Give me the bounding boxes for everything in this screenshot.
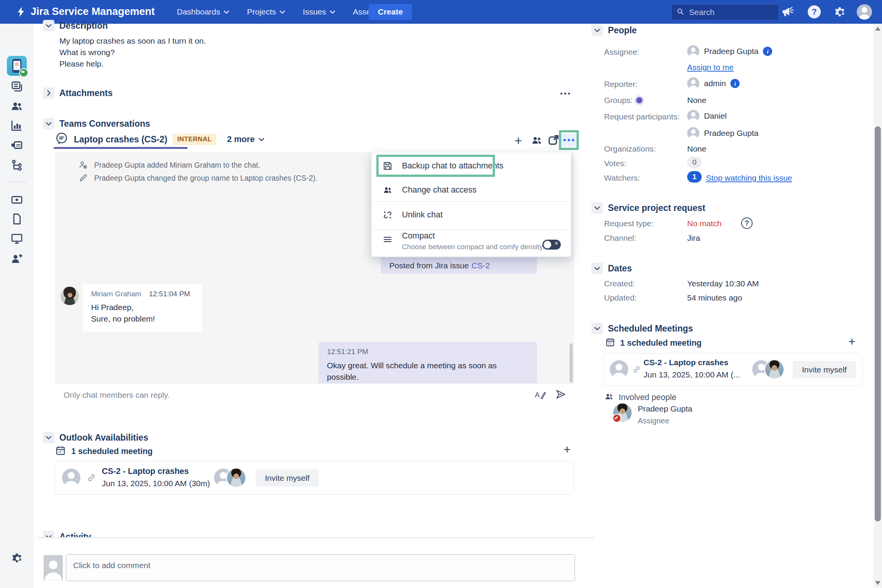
people-section-title: People — [608, 25, 637, 36]
description-line: My laptop crashes as soon as I turn it o… — [59, 35, 206, 47]
meeting-title: CS-2 - Laptop crashes — [644, 358, 728, 367]
blocked-status-badge — [612, 414, 621, 423]
stop-watching-link[interactable]: Stop watching this issue — [706, 173, 792, 183]
chat-more-menu-highlight — [559, 130, 579, 150]
scheduled-meetings-collapse-button[interactable] — [591, 323, 603, 334]
project-avatar[interactable] — [7, 56, 27, 76]
involved-people-title: Involved people — [619, 393, 676, 402]
assign-to-me-link[interactable]: Assign to me — [687, 63, 733, 72]
user-avatar[interactable] — [857, 4, 872, 20]
open-in-teams-popout-icon[interactable] — [547, 134, 560, 148]
calendar-icon — [605, 337, 616, 349]
meeting-organizer-avatar — [610, 360, 628, 379]
dates-section-title: Dates — [608, 263, 632, 274]
miriam-avatar — [60, 287, 79, 305]
person-added-icon — [78, 160, 88, 170]
invite-people-icon[interactable] — [10, 252, 23, 265]
chat-more-menu-button[interactable] — [561, 134, 577, 147]
more-chats-label: 2 more — [227, 134, 255, 144]
send-message-icon[interactable] — [555, 389, 567, 402]
outlook-meeting-card[interactable]: CS-2 - Laptop crashes Jun 13, 2025, 10:0… — [55, 461, 574, 495]
help-icon[interactable]: ? — [808, 5, 821, 18]
jira-bolt-logo-icon — [15, 6, 27, 18]
outgoing-message-bubble: 12:51:21 PM Okay great. Will schedule a … — [318, 342, 537, 383]
panel-meeting-count: 1 scheduled meeting — [620, 338, 702, 348]
compact-toggle[interactable]: × — [542, 240, 561, 250]
nav-projects[interactable]: Projects — [247, 7, 285, 16]
participant-name: Daniel — [704, 111, 727, 121]
panel-meeting-card[interactable]: CS-2 - Laptop crashes Jun 13, 2025, 10:0… — [603, 353, 862, 386]
panel-add-meeting-icon[interactable]: + — [848, 335, 856, 348]
project-sidebar: » — [0, 24, 34, 588]
add-card-icon[interactable] — [10, 193, 23, 206]
assignee-label: Assignee: — [604, 47, 639, 57]
dates-collapse-button[interactable] — [591, 263, 603, 274]
nav-dashboards[interactable]: Dashboards — [177, 7, 229, 16]
activity-collapse-button[interactable] — [43, 531, 54, 537]
menu-item-change-chat-access[interactable]: Change chat access — [372, 179, 571, 201]
page-scrollbar-thumb[interactable] — [875, 126, 881, 521]
new-chat-plus-icon[interactable]: + — [514, 134, 522, 147]
chat-tab-title[interactable]: Laptop crashes (CS-2) — [74, 134, 167, 145]
displays-icon[interactable] — [10, 232, 23, 245]
menu-item-unlink-chat[interactable]: Unlink chat — [372, 204, 571, 226]
groups-label: Groups: — [604, 96, 633, 105]
info-icon[interactable]: i — [763, 47, 772, 56]
add-people-icon[interactable] — [531, 134, 543, 148]
calendar-icon — [55, 445, 66, 458]
attachments-more-icon[interactable] — [560, 93, 570, 95]
add-comment-field[interactable] — [66, 554, 575, 581]
description-line: Please help. — [59, 58, 206, 70]
watchers-count-badge[interactable]: 1 — [687, 171, 702, 183]
search-input[interactable] — [688, 7, 759, 17]
more-chats-dropdown[interactable]: 2 more — [227, 134, 265, 144]
involved-people-icon — [604, 392, 614, 403]
nav-issues[interactable]: Issues — [303, 7, 335, 16]
settings-gear-icon[interactable] — [833, 5, 846, 20]
invite-myself-label: Invite myself — [802, 365, 847, 374]
page-scrollbar[interactable] — [874, 24, 882, 588]
announcements-megaphone-icon[interactable] — [781, 5, 794, 20]
menu-item-compact[interactable]: Compact Choose between compact and comfy… — [372, 231, 571, 254]
create-button[interactable]: Create — [369, 4, 412, 20]
reports-icon[interactable] — [10, 119, 23, 132]
customers-icon[interactable] — [10, 100, 23, 113]
reporter-value: admin i — [687, 77, 740, 90]
people-collapse-button[interactable] — [591, 24, 603, 36]
format-text-icon[interactable]: A — [534, 389, 546, 402]
channels-camera-icon[interactable] — [10, 139, 23, 152]
queues-icon[interactable] — [10, 80, 23, 93]
message-line: Okay great. Will schedule a meeting as s… — [327, 360, 529, 383]
outlook-collapse-button[interactable] — [43, 432, 54, 443]
workflow-tree-icon[interactable] — [10, 159, 23, 172]
menu-item-backup-chat[interactable]: Backup chat to attachments — [372, 155, 571, 177]
meeting-time: Jun 13, 2025, 10:00 AM (30m) — [102, 479, 210, 488]
invite-myself-button[interactable]: Invite myself — [256, 470, 319, 487]
info-icon[interactable]: i — [730, 79, 740, 88]
sidebar-settings-gear-icon[interactable] — [10, 551, 23, 564]
service-request-collapse-button[interactable] — [591, 202, 603, 214]
attachments-title: Attachments — [59, 88, 113, 98]
groups-loading-dot — [636, 97, 642, 103]
scroll-up-arrow[interactable] — [875, 27, 880, 31]
description-collapse-button[interactable] — [43, 20, 54, 31]
involved-person-name: Pradeep Gupta — [638, 404, 692, 413]
app-title: Jira Service Management — [31, 6, 155, 18]
chat-scrollbar-thumb[interactable] — [570, 343, 573, 382]
participant-row: Daniel — [687, 110, 727, 122]
teams-conversations-collapse-button[interactable] — [43, 118, 54, 129]
density-lines-icon — [382, 234, 393, 245]
invite-myself-button[interactable]: Invite myself — [793, 361, 856, 378]
pages-icon[interactable] — [10, 212, 23, 225]
outlook-add-meeting-icon[interactable]: + — [564, 443, 571, 456]
global-search[interactable] — [671, 4, 779, 20]
attachments-expand-button[interactable] — [43, 87, 54, 99]
votes-count-badge[interactable]: 0 — [687, 157, 702, 168]
description-line: What is wrong? — [59, 47, 206, 58]
issue-link[interactable]: CS-2 — [472, 261, 490, 270]
scroll-down-arrow[interactable] — [875, 581, 880, 585]
channel-value: Jira — [687, 234, 700, 243]
chat-system-message: Pradeep Gupta changed the group name to … — [78, 173, 317, 183]
request-type-help-icon[interactable]: ? — [741, 217, 753, 229]
comment-user-avatar — [44, 555, 63, 580]
